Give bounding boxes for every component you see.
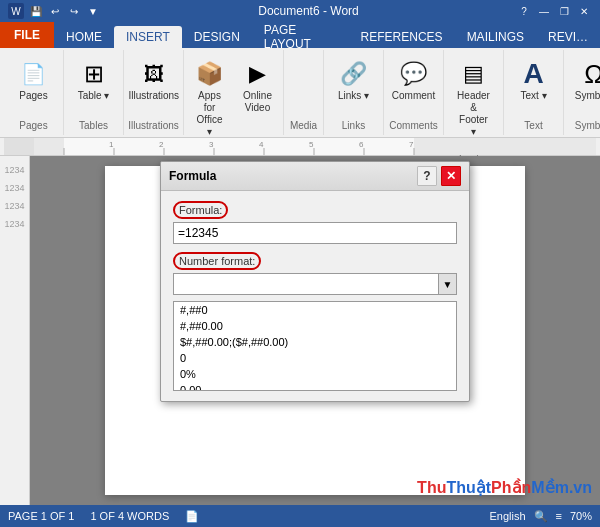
zoom-percent: 70% <box>570 510 592 522</box>
pages-icon: 📄 <box>18 58 50 90</box>
minimize-button[interactable]: — <box>536 3 552 19</box>
ribbon-group-tables: ⊞ Table ▾ Tables <box>64 50 124 135</box>
tab-file[interactable]: FILE <box>0 22 54 48</box>
menu-tabs: FILE HOME INSERT DESIGN PAGE LAYOUT REFE… <box>0 22 600 48</box>
pages-button[interactable]: 📄 Pages <box>14 56 54 104</box>
links-label: Links ▾ <box>338 90 369 102</box>
svg-text:7: 7 <box>409 140 414 149</box>
tables-group-label: Tables <box>79 118 108 131</box>
online-video-button[interactable]: ▶ OnlineVideo <box>238 56 278 116</box>
header-footer-icon: ▤ <box>458 58 490 90</box>
tab-home[interactable]: HOME <box>54 26 114 48</box>
tab-review[interactable]: REVI… <box>536 26 600 48</box>
ribbon-group-links: 🔗 Links ▾ Links <box>324 50 384 135</box>
text-icon: A <box>518 58 550 90</box>
redo-icon[interactable]: ↪ <box>66 3 82 19</box>
number-format-label: Number format: <box>173 252 261 270</box>
illustrations-label: Illustrations <box>129 90 179 102</box>
document-area: 1234 1234 1234 1234 Formula ? ✕ Formula: <box>0 156 600 505</box>
apps-for-office-button[interactable]: 📦 Apps forOffice ▾ <box>190 56 230 140</box>
symbols-button[interactable]: Ω Symbols <box>571 56 600 104</box>
text-group-label: Text <box>524 118 542 131</box>
svg-text:3: 3 <box>209 140 214 149</box>
list-item-2[interactable]: $#,##0.00;($#,##0.00) <box>174 334 456 350</box>
word-icon: W <box>8 3 24 19</box>
status-words: 1 OF 4 WORDS <box>90 510 169 523</box>
links-button[interactable]: 🔗 Links ▾ <box>334 56 374 104</box>
restore-button[interactable]: ❐ <box>556 3 572 19</box>
media-group-label: Media <box>290 118 317 131</box>
watermark-thu: Thu <box>417 479 446 496</box>
zoom-icon[interactable]: 🔍 <box>534 510 548 523</box>
table-button[interactable]: ⊞ Table ▾ <box>74 56 114 104</box>
status-page: PAGE 1 OF 1 <box>8 510 74 523</box>
dialog-help-button[interactable]: ? <box>417 166 437 186</box>
dropdown-icon[interactable]: ▼ <box>85 3 101 19</box>
svg-text:6: 6 <box>359 140 364 149</box>
illustrations-icon: 🖼 <box>138 58 170 90</box>
quick-access-toolbar: 💾 ↩ ↪ ▼ <box>28 3 101 19</box>
ribbon: 📄 Pages Pages ⊞ Table ▾ Tables 🖼 Illustr… <box>0 48 600 138</box>
online-video-icon: ▶ <box>242 58 274 90</box>
doc-sidebar: 1234 1234 1234 1234 <box>0 156 30 505</box>
list-item-0[interactable]: #,##0 <box>174 302 456 318</box>
status-left: PAGE 1 OF 1 1 OF 4 WORDS 📄 <box>8 510 199 523</box>
links-icon: 🔗 <box>338 58 370 90</box>
ribbon-group-comments: 💬 Comment Comments <box>384 50 444 135</box>
svg-text:5: 5 <box>309 140 314 149</box>
close-button[interactable]: ✕ <box>576 3 592 19</box>
tab-design[interactable]: DESIGN <box>182 26 252 48</box>
comment-button[interactable]: 💬 Comment <box>388 56 439 104</box>
ribbon-group-apps: 📦 Apps forOffice ▾ ▶ OnlineVideo Apps <box>184 50 284 135</box>
tab-insert[interactable]: INSERT <box>114 26 182 48</box>
list-item-3[interactable]: 0 <box>174 350 456 366</box>
view-icon[interactable]: ≡ <box>556 510 562 522</box>
text-button[interactable]: A Text ▾ <box>514 56 554 104</box>
pages-label: Pages <box>19 90 47 102</box>
tab-references[interactable]: REFERENCES <box>349 26 455 48</box>
formula-label: Formula: <box>173 201 228 219</box>
watermark: ThuThuậtPhầnMềm.vn <box>417 478 592 497</box>
comments-group-label: Comments <box>389 118 437 131</box>
symbols-group-label: Symbols <box>575 118 600 131</box>
ruler-main: 1 2 3 4 5 6 7 <box>34 138 596 155</box>
line-num-1: 1234 <box>4 161 24 179</box>
dialog-body: Formula: Number format: ▼ #,##0 #,##0.00… <box>161 191 469 401</box>
status-doc-icon: 📄 <box>185 510 199 523</box>
save-icon[interactable]: 💾 <box>28 3 44 19</box>
tab-mailings[interactable]: MAILINGS <box>455 26 536 48</box>
title-bar: W 💾 ↩ ↪ ▼ Document6 - Word ? — ❐ ✕ <box>0 0 600 22</box>
ribbon-group-symbols: Ω Symbols Symbols <box>564 50 600 135</box>
svg-text:4: 4 <box>259 140 264 149</box>
formula-input[interactable] <box>173 222 457 244</box>
number-format-dropdown-arrow[interactable]: ▼ <box>438 274 456 294</box>
illustrations-button[interactable]: 🖼 Illustrations <box>125 56 183 104</box>
list-item-4[interactable]: 0% <box>174 366 456 382</box>
help-button[interactable]: ? <box>516 3 532 19</box>
tab-page-layout[interactable]: PAGE LAYOUT <box>252 26 349 48</box>
table-icon: ⊞ <box>78 58 110 90</box>
table-label: Table ▾ <box>78 90 110 102</box>
pages-group-label: Pages <box>19 118 47 131</box>
undo-icon[interactable]: ↩ <box>47 3 63 19</box>
window-title: Document6 - Word <box>101 4 516 18</box>
comment-icon: 💬 <box>398 58 430 90</box>
svg-text:1: 1 <box>109 140 114 149</box>
ruler-corner <box>4 138 34 155</box>
text-label: Text ▾ <box>520 90 546 102</box>
ribbon-group-pages: 📄 Pages Pages <box>4 50 64 135</box>
number-format-list[interactable]: #,##0 #,##0.00 $#,##0.00;($#,##0.00) 0 0… <box>173 301 457 391</box>
ribbon-group-header-footer: ▤ Header &Footer ▾ Header & Footer <box>444 50 504 135</box>
list-item-1[interactable]: #,##0.00 <box>174 318 456 334</box>
online-video-label: OnlineVideo <box>243 90 272 114</box>
watermark-phan: Phần <box>491 479 531 496</box>
status-right: English 🔍 ≡ 70% <box>489 510 592 523</box>
line-num-3: 1234 <box>4 197 24 215</box>
dialog-close-button[interactable]: ✕ <box>441 166 461 186</box>
list-item-5[interactable]: 0.00 <box>174 382 456 391</box>
ribbon-group-text: A Text ▾ Text <box>504 50 564 135</box>
window-controls: ? — ❐ ✕ <box>516 3 592 19</box>
svg-text:2: 2 <box>159 140 164 149</box>
header-footer-button[interactable]: ▤ Header &Footer ▾ <box>452 56 495 140</box>
number-format-select-wrapper: ▼ <box>173 273 457 295</box>
